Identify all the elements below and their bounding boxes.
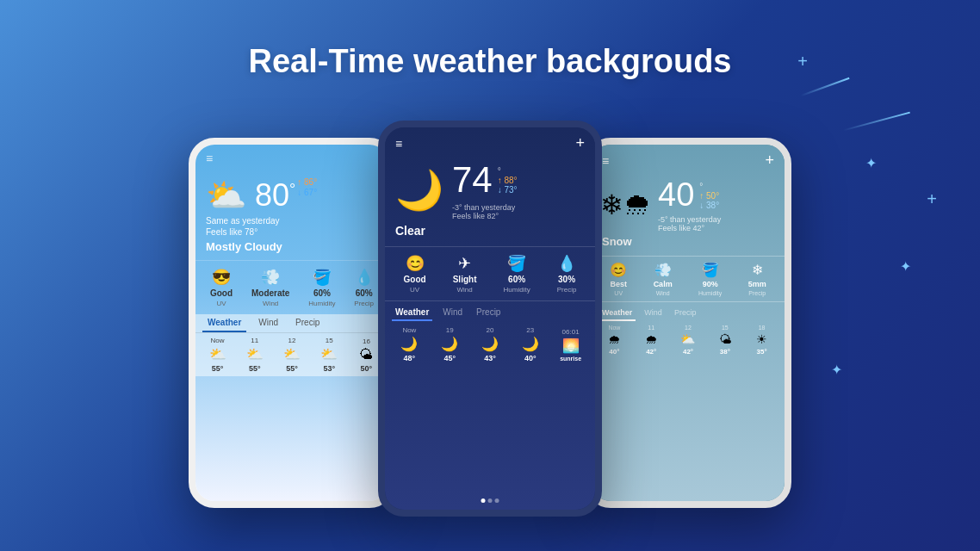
partly-cloudy-icon: ⛅ <box>206 176 246 214</box>
right-condition: Snow <box>592 232 785 251</box>
page-title: Real-Time weather backgrouds <box>0 43 980 80</box>
left-wind-label: Wind <box>263 300 278 307</box>
right-feels-like: Feels like 42° <box>658 224 721 232</box>
center-comparison: -3° than yesterday <box>452 203 518 212</box>
left-feels-like: Feels like 78° <box>206 227 378 237</box>
center-temp-unit: ° <box>498 166 518 176</box>
dot-3 <box>495 498 499 503</box>
right-temp-low: ↓ 38° <box>699 201 719 210</box>
center-wind-value: Slight <box>453 275 477 284</box>
center-precip-label: Precip <box>557 286 577 294</box>
phone-right: ≡ + ❄🌨 40 ° ↑ 50° ↓ 38° -5° than yesterd… <box>585 138 791 508</box>
right-fc-18: 18 ☀ 35° <box>744 325 779 356</box>
left-fc-now: Now ⛅ 55° <box>201 337 234 373</box>
left-forecast-row: Now ⛅ 55° 11 ⛅ 55° 12 ⛅ 55° 15 ⛅ 53° <box>195 333 388 376</box>
left-uv-value: Good <box>210 288 233 298</box>
right-stat-wind: 💨 Calm Wind <box>654 262 673 296</box>
right-uv-value: Best <box>610 280 627 288</box>
center-header: ≡ + <box>385 127 595 159</box>
left-stat-uv: 😎 Good UV <box>210 268 233 307</box>
center-precip-icon: 💧 <box>557 254 576 273</box>
right-precip-label: Precip <box>748 290 766 296</box>
right-temp-details: ° ↑ 50° ↓ 38° <box>699 176 719 210</box>
center-indicator <box>481 498 499 503</box>
right-humidity-label: Humidity <box>698 290 722 296</box>
center-temp-details: ° ↑ 88° ↓ 73° <box>498 159 518 195</box>
center-tab-weather[interactable]: Weather <box>392 305 432 321</box>
right-comparison: -5° than yesterday <box>658 215 721 224</box>
center-stat-wind: ✈ Slight Wind <box>453 254 477 294</box>
left-icon-temp: ⛅ 80 ° ↑ 86° ↓ 67° <box>206 176 378 214</box>
right-hamburger-icon: ≡ <box>602 154 609 168</box>
right-temp-unit: ° <box>699 182 719 191</box>
left-precip-label: Precip <box>354 300 374 307</box>
hamburger-icon: ≡ <box>206 152 213 165</box>
center-tab-wind[interactable]: Wind <box>439 305 466 321</box>
left-humidity-label: Humidity <box>308 300 335 307</box>
right-fc-11: 11 🌧 42° <box>634 325 669 356</box>
right-stat-humidity: 🪣 90% Humidity <box>698 262 722 296</box>
dot-2 <box>488 498 493 503</box>
tab-precip-left[interactable]: Precip <box>290 314 325 332</box>
screen-left: ≡ ⛅ 80 ° ↑ 86° ↓ 67° Same as yesterday F… <box>195 145 388 501</box>
right-stat-uv: 😊 Best UV <box>610 262 627 296</box>
center-tab-precip[interactable]: Precip <box>473 305 504 321</box>
right-tab-wind[interactable]: Wind <box>641 306 666 321</box>
right-plus-icon[interactable]: + <box>765 152 774 170</box>
center-fc-23: 23 🌙 40° <box>511 326 549 362</box>
tab-wind-left[interactable]: Wind <box>253 314 283 332</box>
center-temp-low: ↓ 73° <box>498 185 518 195</box>
left-temp-range: ↑ 86° ↓ 67° <box>297 177 317 197</box>
right-wind-value: Calm <box>654 280 673 288</box>
right-forecast-row: Now 🌧 40° 11 🌧 42° 12 ⛅ 42° 15 🌤 <box>592 321 785 359</box>
left-temp-unit: ° <box>289 181 295 199</box>
center-temp: 74 <box>452 159 493 201</box>
right-tab-precip[interactable]: Precip <box>671 306 700 321</box>
deco-star-1: ✦ <box>865 155 877 171</box>
right-precip-value: 5mm <box>748 280 766 288</box>
center-wind-label: Wind <box>456 286 472 294</box>
right-wind-label: Wind <box>656 290 670 296</box>
left-stat-wind: 💨 Moderate Wind <box>251 268 289 307</box>
right-fc-15: 15 🌤 38° <box>707 325 742 356</box>
screen-right: ≡ + ❄🌨 40 ° ↑ 50° ↓ 38° -5° than yesterd… <box>592 145 785 501</box>
center-plus-icon[interactable]: + <box>575 134 585 152</box>
phone-left: ≡ ⛅ 80 ° ↑ 86° ↓ 67° Same as yesterday F… <box>189 138 395 508</box>
left-stats-row: 😎 Good UV 💨 Moderate Wind 🪣 60% Humidity… <box>195 260 388 314</box>
wind-icon: 💨 <box>261 268 280 287</box>
left-precip-value: 60% <box>356 288 373 298</box>
center-temp-high: ↑ 88° <box>498 176 518 185</box>
left-temp-low: ↓ 67° <box>297 188 317 197</box>
center-fc-19: 19 🌙 45° <box>431 326 469 362</box>
center-weather-layout: 🌙 74 ° ↑ 88° ↓ 73° -3° than yesterday Fe… <box>385 159 595 220</box>
moon-icon: 🌙 <box>395 167 443 213</box>
phone-center: ≡ + 🌙 74 ° ↑ 88° ↓ 73° -3° than yesterda… <box>378 121 602 517</box>
right-tab-weather[interactable]: Weather <box>599 306 636 321</box>
right-weather-layout: ❄🌨 40 ° ↑ 50° ↓ 38° -5° than yesterday F… <box>592 176 785 232</box>
right-stats-row: 😊 Best UV 💨 Calm Wind 🪣 90% Humidity ❄ 5… <box>592 256 785 302</box>
dot-1 <box>481 498 486 503</box>
center-humidity-icon: 🪣 <box>507 254 526 273</box>
precip-icon: 💧 <box>355 268 374 287</box>
humidity-icon: 🪣 <box>313 268 332 287</box>
center-uv-icon: 😊 <box>406 254 425 273</box>
center-humidity-label: Humidity <box>504 286 530 294</box>
screen-center: ≡ + 🌙 74 ° ↑ 88° ↓ 73° -3° than yesterda… <box>385 127 595 510</box>
uv-icon: 😎 <box>212 268 231 287</box>
phones-container: ≡ ⛅ 80 ° ↑ 86° ↓ 67° Same as yesterday F… <box>189 121 791 517</box>
left-stat-precip: 💧 60% Precip <box>354 268 374 307</box>
left-stat-humidity: 🪣 60% Humidity <box>308 268 335 307</box>
left-header: ≡ <box>195 145 388 172</box>
right-wind-icon: 💨 <box>654 262 672 278</box>
left-condition: Mostly Cloudy <box>206 240 378 253</box>
tab-weather-left[interactable]: Weather <box>202 314 246 332</box>
right-temp: 40 <box>658 176 694 214</box>
left-forecast-tabs: Weather Wind Precip <box>195 314 388 333</box>
left-fc-12: 12 ⛅ 55° <box>275 337 308 373</box>
shooting-star-1 <box>800 77 849 96</box>
center-fc-now: Now 🌙 48° <box>390 326 429 362</box>
center-wind-icon: ✈ <box>458 254 471 273</box>
center-stat-uv: 😊 Good UV <box>404 254 426 294</box>
center-temp-row: 74 ° ↑ 88° ↓ 73° <box>452 159 518 201</box>
center-feels-like: Feels like 82° <box>452 212 518 220</box>
